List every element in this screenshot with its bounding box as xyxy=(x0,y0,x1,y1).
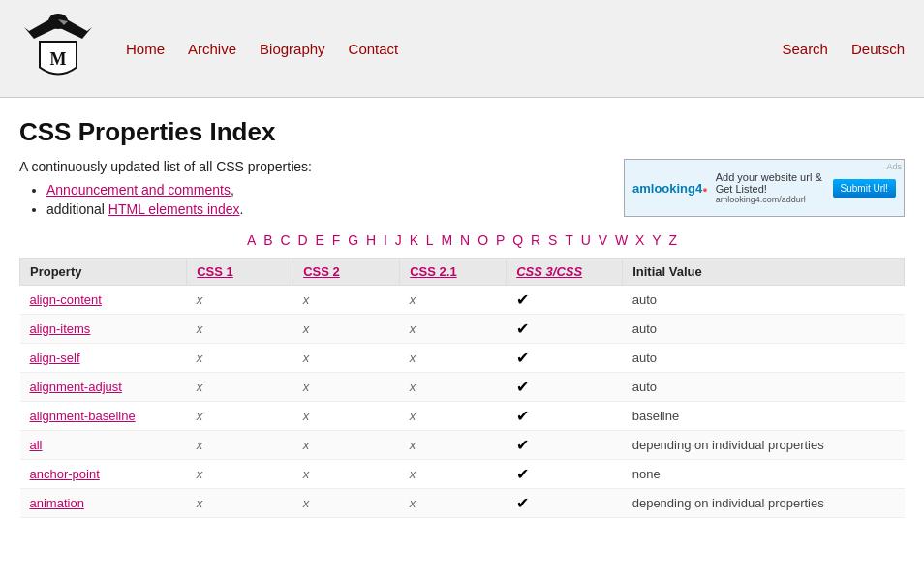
css2-cell: x xyxy=(293,315,400,344)
table-row: align-selfxxx✔auto xyxy=(20,344,905,373)
css21-cell: x xyxy=(400,344,507,373)
css2-cell: x xyxy=(293,489,400,518)
ad-submit-button[interactable]: Submit Url! xyxy=(833,179,896,198)
alpha-link-y[interactable]: Y xyxy=(652,232,661,248)
alpha-link-p[interactable]: P xyxy=(496,232,505,248)
col-header-property: Property xyxy=(20,259,187,286)
alpha-link-i[interactable]: I xyxy=(384,232,387,248)
initial-value-cell: auto xyxy=(623,344,905,373)
property-link-alignment-baseline[interactable]: alignment-baseline xyxy=(30,409,136,423)
css1-cell: x xyxy=(187,315,293,344)
css3-cell: ✔ xyxy=(507,489,623,518)
col-header-css1: CSS 1 xyxy=(187,259,293,286)
css21-cell: x xyxy=(400,489,507,518)
css1-cell: x xyxy=(187,344,293,373)
alpha-link-v[interactable]: V xyxy=(599,232,607,248)
css21-cell: x xyxy=(400,373,507,402)
css1-cell: x xyxy=(187,489,293,518)
initial-value-cell: auto xyxy=(623,286,905,315)
table-row: alignment-baselinexxx✔baseline xyxy=(20,402,905,431)
css2-cell: x xyxy=(293,373,400,402)
alpha-link-n[interactable]: N xyxy=(460,232,470,248)
properties-table: Property CSS 1 CSS 2 CSS 2.1 CSS 3/CSS I… xyxy=(19,258,905,518)
property-link-align-items[interactable]: align-items xyxy=(30,321,91,336)
ad-url: amlooking4.com/addurl xyxy=(716,195,833,204)
css21-cell: x xyxy=(400,402,507,431)
table-row: align-itemsxxx✔auto xyxy=(20,315,905,344)
alpha-link-x[interactable]: X xyxy=(635,232,644,248)
nav-search[interactable]: Search xyxy=(782,41,828,57)
alpha-link-s[interactable]: S xyxy=(548,232,557,248)
property-link-animation[interactable]: animation xyxy=(30,496,84,510)
alpha-link-t[interactable]: T xyxy=(565,232,573,248)
main-content: CSS Properties Index amlooking4● Add you… xyxy=(0,98,924,581)
property-link-align-content[interactable]: align-content xyxy=(30,292,102,307)
col-header-initial: Initial Value xyxy=(623,259,905,286)
table-row: alignment-adjustxxx✔auto xyxy=(20,373,905,402)
property-link-all[interactable]: all xyxy=(30,438,43,452)
property-link-alignment-adjust[interactable]: alignment-adjust xyxy=(30,380,122,394)
nav-archive[interactable]: Archive xyxy=(188,41,236,57)
html-elements-link[interactable]: HTML elements index xyxy=(108,201,240,217)
alpha-link-b[interactable]: B xyxy=(263,232,272,248)
main-nav: Home Archive Biography Contact xyxy=(126,41,398,57)
css3-cell: ✔ xyxy=(507,373,623,402)
alpha-link-f[interactable]: F xyxy=(332,232,341,248)
advertisement-banner: amlooking4● Add your website url & Get L… xyxy=(624,159,905,217)
alpha-link-r[interactable]: R xyxy=(531,232,540,248)
table-row: align-contentxxx✔auto xyxy=(20,286,905,315)
alpha-link-c[interactable]: C xyxy=(280,232,290,248)
ad-headline: Add your website url & Get Listed! xyxy=(716,171,833,195)
property-link-anchor-point[interactable]: anchor-point xyxy=(30,467,100,481)
css21-cell: x xyxy=(400,315,507,344)
css21-link[interactable]: CSS 2.1 xyxy=(410,264,456,279)
alpha-link-j[interactable]: J xyxy=(395,232,402,248)
ad-logo-text: amlooking4● xyxy=(632,181,708,196)
ad-body-text: Add your website url & Get Listed! amloo… xyxy=(716,171,833,204)
alpha-link-m[interactable]: M xyxy=(442,232,453,248)
page-title: CSS Properties Index xyxy=(19,117,905,147)
nav-deutsch[interactable]: Deutsch xyxy=(851,41,905,57)
alphabet-nav: A B C D E F G H I J K L M N O P Q R S T … xyxy=(19,232,905,248)
alpha-link-g[interactable]: G xyxy=(348,232,358,248)
alpha-link-o[interactable]: O xyxy=(477,232,488,248)
col-header-css3: CSS 3/CSS xyxy=(507,259,623,286)
css2-link[interactable]: CSS 2 xyxy=(303,264,340,279)
css3-link[interactable]: CSS 3/CSS xyxy=(516,264,582,279)
css3-cell: ✔ xyxy=(507,315,623,344)
alpha-link-u[interactable]: U xyxy=(581,232,591,248)
alpha-link-a[interactable]: A xyxy=(247,232,256,248)
css3-cell: ✔ xyxy=(507,344,623,373)
css21-cell: x xyxy=(400,431,507,460)
alpha-link-q[interactable]: Q xyxy=(512,232,523,248)
css3-cell: ✔ xyxy=(507,402,623,431)
alpha-link-h[interactable]: H xyxy=(366,232,376,248)
alpha-link-l[interactable]: L xyxy=(426,232,434,248)
logo-area: M Home Archive Biography Contact xyxy=(19,10,398,87)
table-row: animationxxx✔depending on individual pro… xyxy=(20,489,905,518)
alpha-link-d[interactable]: D xyxy=(297,232,307,248)
css3-cell: ✔ xyxy=(507,431,623,460)
css1-link[interactable]: CSS 1 xyxy=(197,264,233,279)
alpha-link-w[interactable]: W xyxy=(615,232,628,248)
css1-cell: x xyxy=(187,373,293,402)
initial-value-cell: baseline xyxy=(623,402,905,431)
nav-biography[interactable]: Biography xyxy=(260,41,325,57)
table-header-row: Property CSS 1 CSS 2 CSS 2.1 CSS 3/CSS I… xyxy=(20,259,905,286)
table-row: allxxx✔depending on individual propertie… xyxy=(20,431,905,460)
initial-value-cell: auto xyxy=(623,373,905,402)
secondary-nav: Search Deutsch xyxy=(782,41,905,57)
property-link-align-self[interactable]: align-self xyxy=(30,351,80,365)
announcement-link[interactable]: Announcement and comments xyxy=(46,182,231,198)
alpha-link-e[interactable]: E xyxy=(315,232,323,248)
alpha-link-k[interactable]: K xyxy=(410,232,418,248)
css21-cell: x xyxy=(400,460,507,489)
css2-cell: x xyxy=(293,431,400,460)
site-header: M Home Archive Biography Contact Search … xyxy=(0,0,924,98)
initial-value-cell: none xyxy=(623,460,905,489)
nav-contact[interactable]: Contact xyxy=(349,41,399,57)
initial-value-cell: auto xyxy=(623,315,905,344)
nav-home[interactable]: Home xyxy=(126,41,165,57)
css3-cell: ✔ xyxy=(507,286,623,315)
alpha-link-z[interactable]: Z xyxy=(668,232,677,248)
